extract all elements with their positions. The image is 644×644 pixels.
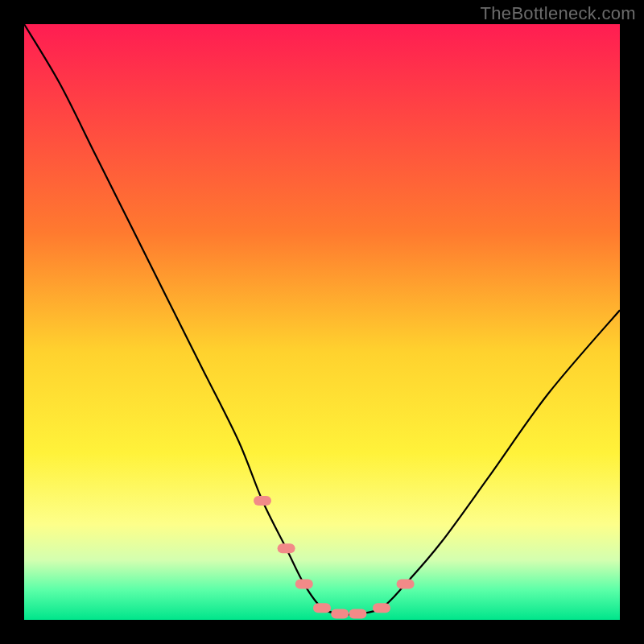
marker-point [295, 580, 313, 589]
chart-background [24, 24, 620, 620]
marker-point [349, 609, 366, 619]
chart-svg [24, 24, 620, 620]
marker-point [373, 603, 390, 613]
marker-point [313, 603, 331, 613]
watermark-text: TheBottleneck.com [481, 3, 636, 24]
marker-point [397, 580, 415, 589]
marker-point [254, 496, 271, 506]
plot-area [24, 24, 620, 620]
chart-frame: TheBottleneck.com [0, 0, 644, 644]
marker-point [331, 609, 349, 619]
marker-point [278, 543, 295, 553]
